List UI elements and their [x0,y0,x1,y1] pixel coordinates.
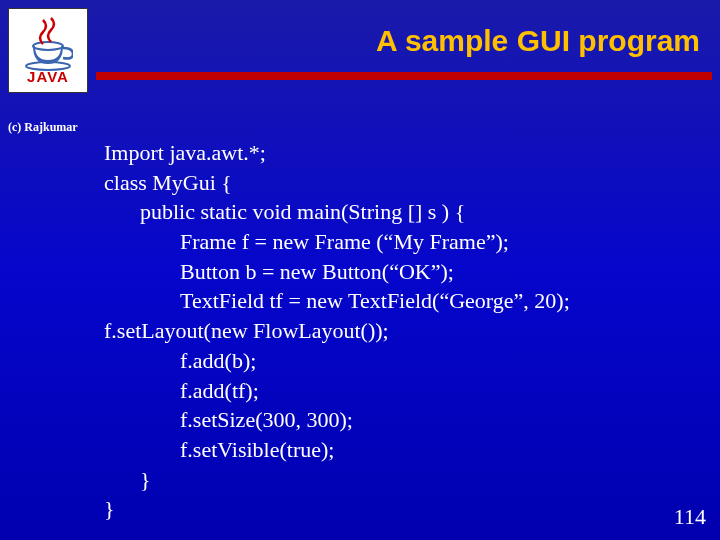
code-line: public static void main(String [] s ) { [104,197,700,227]
java-cup-icon [23,16,73,71]
title-underline [96,72,712,80]
java-logo: JAVA [8,8,88,93]
code-line: TextField tf = new TextField(“George”, 2… [104,286,700,316]
code-line: f.setSize(300, 300); [104,405,700,435]
code-line: Frame f = new Frame (“My Frame”); [104,227,700,257]
slide-title: A sample GUI program [376,24,700,58]
svg-point-0 [33,42,63,50]
code-line: f.setLayout(new FlowLayout()); [104,316,700,346]
code-line: f.add(tf); [104,376,700,406]
code-line: } [104,494,700,524]
java-logo-label: JAVA [27,68,69,85]
code-line: Button b = new Button(“OK”); [104,257,700,287]
code-line: Import java.awt.*; [104,138,700,168]
code-block: Import java.awt.*; class MyGui { public … [104,138,700,524]
code-line: f.setVisible(true); [104,435,700,465]
copyright-credit: (c) Rajkumar [8,120,78,135]
code-line: } [104,465,700,495]
code-line: f.add(b); [104,346,700,376]
page-number: 114 [674,504,706,530]
code-line: class MyGui { [104,168,700,198]
